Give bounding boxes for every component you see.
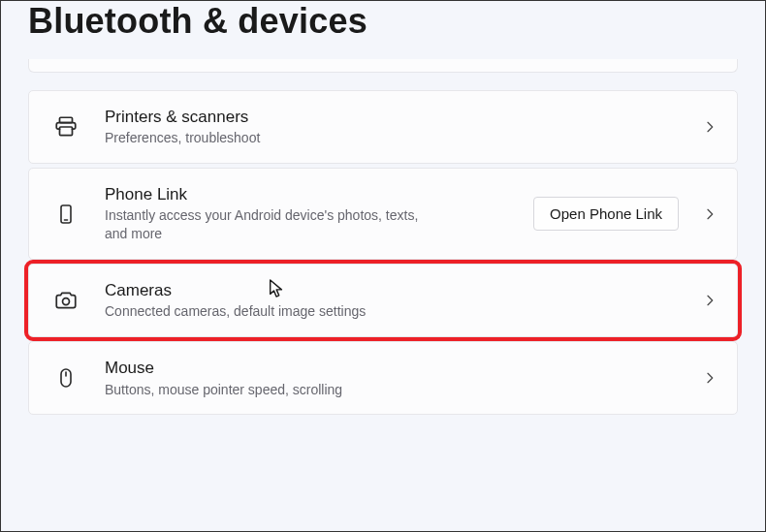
camera-icon: [52, 287, 80, 314]
previous-row-stub[interactable]: [28, 59, 738, 73]
setting-title: Cameras: [105, 280, 686, 300]
setting-text: Cameras Connected cameras, default image…: [105, 280, 686, 321]
setting-title: Printers & scanners: [105, 107, 686, 127]
setting-text: Printers & scanners Preferences, trouble…: [105, 107, 686, 147]
setting-row-cameras[interactable]: Cameras Connected cameras, default image…: [28, 264, 738, 337]
setting-description: Instantly access your Android device's p…: [105, 206, 434, 243]
setting-row-printers-scanners[interactable]: Printers & scanners Preferences, trouble…: [28, 90, 738, 164]
setting-title: Phone Link: [105, 184, 518, 204]
page-title: Bluetooth & devices: [28, 1, 738, 42]
mouse-icon: [52, 364, 80, 391]
chevron-right-icon: [702, 119, 718, 135]
chevron-right-icon: [702, 370, 718, 386]
setting-row-phone-link[interactable]: Phone Link Instantly access your Android…: [28, 168, 738, 260]
setting-description: Connected cameras, default image setting…: [105, 302, 686, 321]
setting-title: Mouse: [105, 358, 686, 378]
settings-list: Printers & scanners Preferences, trouble…: [28, 90, 738, 415]
chevron-right-icon: [702, 293, 718, 308]
svg-point-4: [63, 298, 70, 305]
phone-icon: [52, 201, 80, 228]
setting-description: Preferences, troubleshoot: [105, 129, 434, 147]
setting-description: Buttons, mouse pointer speed, scrolling: [105, 381, 686, 399]
printer-icon: [52, 113, 80, 141]
setting-text: Mouse Buttons, mouse pointer speed, scro…: [105, 358, 686, 398]
setting-text: Phone Link Instantly access your Android…: [105, 184, 518, 243]
svg-rect-1: [60, 127, 73, 136]
open-phone-link-button[interactable]: Open Phone Link: [533, 197, 679, 231]
setting-row-mouse[interactable]: Mouse Buttons, mouse pointer speed, scro…: [28, 341, 738, 415]
chevron-right-icon: [702, 206, 718, 222]
